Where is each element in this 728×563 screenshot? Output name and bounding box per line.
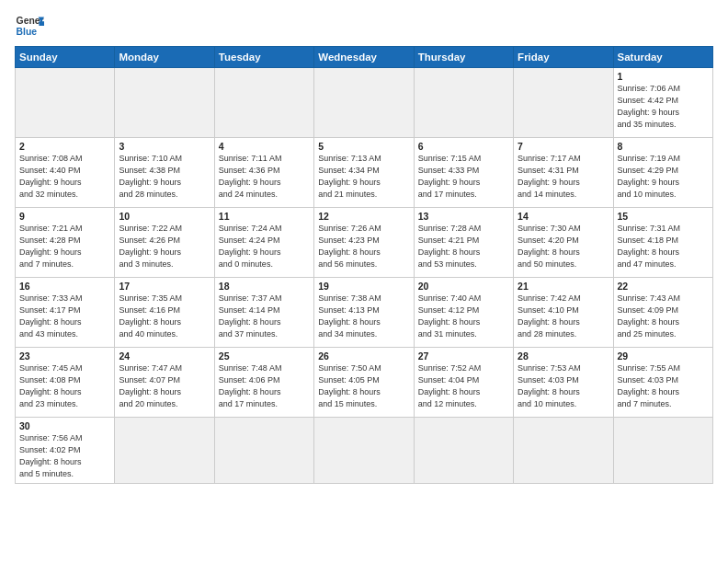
day-number: 29 <box>618 350 709 362</box>
calendar-cell: 26Sunrise: 7:50 AM Sunset: 4:05 PM Dayli… <box>314 348 414 418</box>
svg-marker-3 <box>39 21 44 26</box>
day-number: 21 <box>518 281 609 292</box>
calendar-cell: 8Sunrise: 7:19 AM Sunset: 4:29 PM Daylig… <box>613 138 712 208</box>
day-info: Sunrise: 7:35 AM Sunset: 4:16 PM Dayligh… <box>119 293 210 340</box>
day-info: Sunrise: 7:28 AM Sunset: 4:21 PM Dayligh… <box>418 223 509 270</box>
day-number: 26 <box>318 350 409 362</box>
day-number: 19 <box>318 281 409 292</box>
weekday-wednesday: Wednesday <box>314 47 414 68</box>
page: General Blue SundayMondayTuesdayWednesda… <box>0 0 728 563</box>
day-number: 16 <box>19 281 110 292</box>
weekday-sunday: Sunday <box>16 47 115 68</box>
day-number: 3 <box>119 141 210 152</box>
day-info: Sunrise: 7:45 AM Sunset: 4:08 PM Dayligh… <box>19 362 110 410</box>
weekday-header-row: SundayMondayTuesdayWednesdayThursdayFrid… <box>16 47 713 68</box>
calendar-cell: 18Sunrise: 7:37 AM Sunset: 4:14 PM Dayli… <box>214 278 313 348</box>
calendar-cell <box>115 418 214 484</box>
calendar-cell: 9Sunrise: 7:21 AM Sunset: 4:28 PM Daylig… <box>16 208 115 278</box>
day-number: 15 <box>618 211 709 222</box>
calendar-cell: 12Sunrise: 7:26 AM Sunset: 4:23 PM Dayli… <box>314 208 414 278</box>
calendar-cell: 16Sunrise: 7:33 AM Sunset: 4:17 PM Dayli… <box>16 278 115 348</box>
week-row-2: 2Sunrise: 7:08 AM Sunset: 4:40 PM Daylig… <box>16 138 713 208</box>
calendar-cell: 11Sunrise: 7:24 AM Sunset: 4:24 PM Dayli… <box>214 208 313 278</box>
day-info: Sunrise: 7:24 AM Sunset: 4:24 PM Dayligh… <box>219 223 310 270</box>
day-info: Sunrise: 7:30 AM Sunset: 4:20 PM Dayligh… <box>518 223 609 270</box>
week-row-6: 30Sunrise: 7:56 AM Sunset: 4:02 PM Dayli… <box>16 418 713 484</box>
calendar-cell: 22Sunrise: 7:43 AM Sunset: 4:09 PM Dayli… <box>613 278 712 348</box>
calendar-cell: 13Sunrise: 7:28 AM Sunset: 4:21 PM Dayli… <box>414 208 513 278</box>
calendar-cell: 20Sunrise: 7:40 AM Sunset: 4:12 PM Dayli… <box>414 278 513 348</box>
calendar-cell: 4Sunrise: 7:11 AM Sunset: 4:36 PM Daylig… <box>214 138 313 208</box>
calendar-cell: 28Sunrise: 7:53 AM Sunset: 4:03 PM Dayli… <box>514 348 613 418</box>
calendar-cell: 10Sunrise: 7:22 AM Sunset: 4:26 PM Dayli… <box>115 208 214 278</box>
weekday-monday: Monday <box>115 47 214 68</box>
calendar-cell <box>115 68 214 138</box>
day-info: Sunrise: 7:17 AM Sunset: 4:31 PM Dayligh… <box>518 153 609 201</box>
day-info: Sunrise: 7:47 AM Sunset: 4:07 PM Dayligh… <box>119 362 210 410</box>
day-number: 20 <box>418 281 509 292</box>
calendar-cell <box>314 418 414 484</box>
svg-text:Blue: Blue <box>17 27 38 37</box>
weekday-tuesday: Tuesday <box>214 47 313 68</box>
calendar-cell: 1Sunrise: 7:06 AM Sunset: 4:42 PM Daylig… <box>613 68 712 138</box>
day-number: 14 <box>518 211 609 222</box>
day-info: Sunrise: 7:31 AM Sunset: 4:18 PM Dayligh… <box>618 223 709 270</box>
week-row-5: 23Sunrise: 7:45 AM Sunset: 4:08 PM Dayli… <box>16 348 713 418</box>
calendar-cell: 7Sunrise: 7:17 AM Sunset: 4:31 PM Daylig… <box>514 138 613 208</box>
week-row-4: 16Sunrise: 7:33 AM Sunset: 4:17 PM Dayli… <box>16 278 713 348</box>
calendar-cell: 30Sunrise: 7:56 AM Sunset: 4:02 PM Dayli… <box>16 418 115 484</box>
calendar-cell: 27Sunrise: 7:52 AM Sunset: 4:04 PM Dayli… <box>414 348 513 418</box>
calendar-cell: 25Sunrise: 7:48 AM Sunset: 4:06 PM Dayli… <box>214 348 313 418</box>
logo: General Blue <box>15 11 44 40</box>
day-info: Sunrise: 7:56 AM Sunset: 4:02 PM Dayligh… <box>19 432 110 480</box>
day-info: Sunrise: 7:48 AM Sunset: 4:06 PM Dayligh… <box>219 362 310 410</box>
day-number: 27 <box>418 350 509 362</box>
day-info: Sunrise: 7:37 AM Sunset: 4:14 PM Dayligh… <box>219 293 310 340</box>
calendar: SundayMondayTuesdayWednesdayThursdayFrid… <box>15 46 713 484</box>
day-info: Sunrise: 7:40 AM Sunset: 4:12 PM Dayligh… <box>418 293 509 340</box>
calendar-cell: 14Sunrise: 7:30 AM Sunset: 4:20 PM Dayli… <box>514 208 613 278</box>
week-row-3: 9Sunrise: 7:21 AM Sunset: 4:28 PM Daylig… <box>16 208 713 278</box>
day-number: 28 <box>518 350 609 362</box>
weekday-friday: Friday <box>514 47 613 68</box>
day-info: Sunrise: 7:52 AM Sunset: 4:04 PM Dayligh… <box>418 362 509 410</box>
day-number: 13 <box>418 211 509 222</box>
calendar-cell: 19Sunrise: 7:38 AM Sunset: 4:13 PM Dayli… <box>314 278 414 348</box>
calendar-cell <box>613 418 712 484</box>
calendar-cell: 17Sunrise: 7:35 AM Sunset: 4:16 PM Dayli… <box>115 278 214 348</box>
day-number: 5 <box>318 141 409 152</box>
calendar-cell <box>16 68 115 138</box>
calendar-cell <box>314 68 414 138</box>
day-info: Sunrise: 7:55 AM Sunset: 4:03 PM Dayligh… <box>618 362 709 410</box>
calendar-cell <box>514 68 613 138</box>
calendar-cell <box>514 418 613 484</box>
calendar-cell <box>214 68 313 138</box>
calendar-cell: 3Sunrise: 7:10 AM Sunset: 4:38 PM Daylig… <box>115 138 214 208</box>
week-row-1: 1Sunrise: 7:06 AM Sunset: 4:42 PM Daylig… <box>16 68 713 138</box>
day-number: 24 <box>119 350 210 362</box>
day-info: Sunrise: 7:42 AM Sunset: 4:10 PM Dayligh… <box>518 293 609 340</box>
day-info: Sunrise: 7:06 AM Sunset: 4:42 PM Dayligh… <box>618 83 709 131</box>
calendar-cell: 29Sunrise: 7:55 AM Sunset: 4:03 PM Dayli… <box>613 348 712 418</box>
calendar-cell: 5Sunrise: 7:13 AM Sunset: 4:34 PM Daylig… <box>314 138 414 208</box>
day-number: 23 <box>19 350 110 362</box>
day-info: Sunrise: 7:10 AM Sunset: 4:38 PM Dayligh… <box>119 153 210 201</box>
day-number: 11 <box>219 211 310 222</box>
day-number: 8 <box>618 141 709 152</box>
calendar-cell <box>214 418 313 484</box>
calendar-body: 1Sunrise: 7:06 AM Sunset: 4:42 PM Daylig… <box>16 68 713 484</box>
calendar-cell <box>414 68 513 138</box>
day-info: Sunrise: 7:26 AM Sunset: 4:23 PM Dayligh… <box>318 223 409 270</box>
calendar-cell: 21Sunrise: 7:42 AM Sunset: 4:10 PM Dayli… <box>514 278 613 348</box>
day-number: 30 <box>19 420 110 431</box>
day-info: Sunrise: 7:21 AM Sunset: 4:28 PM Dayligh… <box>19 223 110 270</box>
calendar-cell: 6Sunrise: 7:15 AM Sunset: 4:33 PM Daylig… <box>414 138 513 208</box>
calendar-cell: 24Sunrise: 7:47 AM Sunset: 4:07 PM Dayli… <box>115 348 214 418</box>
day-number: 12 <box>318 211 409 222</box>
day-number: 6 <box>418 141 509 152</box>
day-number: 17 <box>119 281 210 292</box>
day-info: Sunrise: 7:13 AM Sunset: 4:34 PM Dayligh… <box>318 153 409 201</box>
day-number: 2 <box>19 141 110 152</box>
day-info: Sunrise: 7:33 AM Sunset: 4:17 PM Dayligh… <box>19 293 110 340</box>
header: General Blue <box>15 11 713 40</box>
